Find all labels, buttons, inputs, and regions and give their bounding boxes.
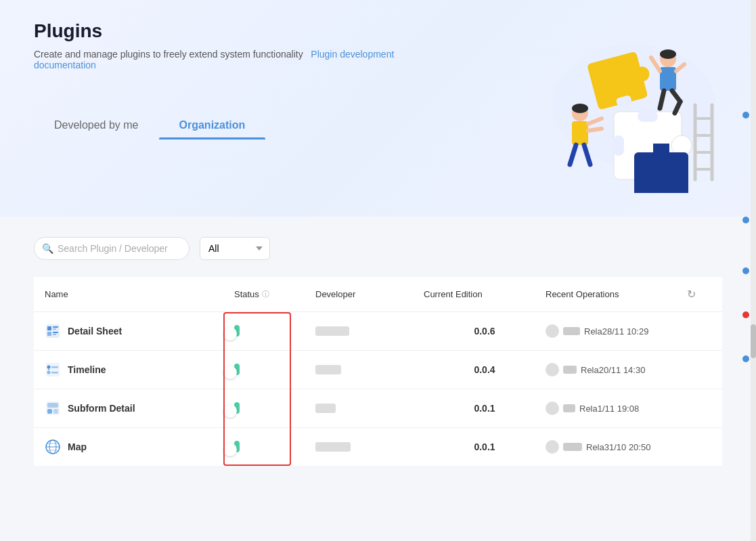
table-row: Map On 0.0.1 Rela31/10 20:50 <box>34 428 722 466</box>
timeline-icon <box>45 362 61 378</box>
search-input[interactable] <box>34 237 190 260</box>
developer-blur <box>315 404 336 413</box>
svg-rect-14 <box>660 67 676 91</box>
header-banner: Plugins Create and manage plugins to fre… <box>0 0 756 217</box>
svg-line-24 <box>588 129 602 131</box>
svg-point-21 <box>572 104 588 113</box>
table-row: Detail Sheet On 0.0.6 Rela28/11 10: <box>34 312 722 351</box>
recent-ops-detail-sheet: Rela28/11 10:29 <box>546 324 684 338</box>
col-name: Name <box>45 285 234 303</box>
col-developer: Developer <box>315 285 424 303</box>
illustration <box>499 10 715 196</box>
svg-rect-4 <box>638 111 658 122</box>
version-timeline: 0.0.4 <box>424 364 546 375</box>
svg-rect-35 <box>53 326 58 328</box>
subform-detail-icon <box>45 400 61 416</box>
ops-blur <box>563 327 580 335</box>
recent-ops-subform-detail: Rela1/11 19:08 <box>546 402 684 415</box>
scrollbar-track[interactable] <box>751 0 756 541</box>
recent-ops-map: Rela31/10 20:50 <box>546 440 684 454</box>
table-row: Timeline On 0.0.4 Rela20/11 14:30 <box>34 351 722 389</box>
detail-sheet-icon <box>45 323 61 339</box>
svg-line-25 <box>570 145 576 165</box>
ops-blur <box>563 443 582 451</box>
side-indicator-4 <box>742 311 749 318</box>
puzzle-illustration <box>499 10 715 193</box>
table-header: Name Status ⓘ Developer Current Edition … <box>34 277 722 312</box>
side-indicator-1 <box>742 112 749 118</box>
table-body: Detail Sheet On 0.0.6 Rela28/11 10: <box>34 312 722 466</box>
col-refresh: ↻ <box>684 285 711 303</box>
version-map: 0.0.1 <box>424 441 546 452</box>
col-current-edition: Current Edition <box>424 285 546 303</box>
svg-rect-22 <box>572 121 588 145</box>
search-wrapper: 🔍 <box>34 237 190 260</box>
ops-avatar <box>546 363 559 376</box>
svg-rect-34 <box>47 326 51 330</box>
toggle-cell-timeline: On <box>234 364 315 376</box>
developer-map <box>315 442 424 452</box>
col-status: Status ⓘ <box>234 285 315 303</box>
svg-rect-38 <box>53 332 58 333</box>
svg-rect-47 <box>47 403 58 408</box>
svg-rect-48 <box>47 409 52 414</box>
ops-avatar <box>546 440 559 454</box>
svg-rect-42 <box>51 366 58 368</box>
filter-select[interactable]: All Enabled Disabled <box>200 237 270 260</box>
toggle-cell-detail-sheet: On <box>234 325 315 337</box>
plugin-name-detail-sheet: Detail Sheet <box>45 323 234 339</box>
tab-developed-by-me[interactable]: Developed by me <box>34 111 159 139</box>
plugin-name-map: Map <box>45 439 234 455</box>
developer-blur <box>315 442 351 452</box>
scrollbar-thumb[interactable] <box>751 324 756 358</box>
status-info-icon[interactable]: ⓘ <box>262 289 269 299</box>
map-icon <box>45 439 61 455</box>
svg-rect-39 <box>53 334 56 335</box>
page-container: Plugins Create and manage plugins to fre… <box>0 0 756 541</box>
svg-rect-37 <box>47 332 51 336</box>
plugin-name-timeline: Timeline <box>45 362 234 378</box>
developer-blur <box>315 326 349 336</box>
table-row: Subform Detail On 0.0.1 Rela1/11 19 <box>34 389 722 428</box>
svg-point-13 <box>660 49 676 59</box>
col-recent-ops: Recent Operations <box>546 285 684 303</box>
refresh-button[interactable]: ↻ <box>684 285 698 303</box>
developer-subform-detail <box>315 404 424 413</box>
toggle-cell-subform-detail: On <box>234 402 315 414</box>
ops-blur <box>563 404 575 412</box>
svg-rect-36 <box>53 328 56 330</box>
svg-rect-5 <box>613 135 624 156</box>
svg-rect-49 <box>53 409 58 414</box>
ops-avatar <box>546 402 559 415</box>
tab-organization[interactable]: Organization <box>159 111 266 139</box>
svg-rect-40 <box>46 363 60 376</box>
ops-avatar <box>546 324 559 338</box>
toggle-cell-map: On <box>234 441 315 453</box>
version-subform-detail: 0.0.1 <box>424 403 546 414</box>
svg-rect-44 <box>51 372 58 374</box>
ops-blur <box>563 366 577 374</box>
side-indicator-2 <box>742 217 749 223</box>
page-title: Plugins <box>34 20 440 42</box>
developer-timeline <box>315 365 424 374</box>
search-icon: 🔍 <box>42 243 53 254</box>
side-indicator-5 <box>742 355 749 362</box>
svg-point-43 <box>47 371 51 374</box>
svg-rect-8 <box>653 144 669 152</box>
developer-detail-sheet <box>315 326 424 336</box>
developer-blur <box>315 365 341 374</box>
svg-point-41 <box>47 366 51 369</box>
recent-ops-timeline: Rela20/11 14:30 <box>546 363 684 376</box>
toolbar: 🔍 All Enabled Disabled <box>34 237 722 260</box>
page-subtitle: Create and manage plugins to freely exte… <box>34 49 440 70</box>
plugin-name-subform-detail: Subform Detail <box>45 400 234 416</box>
side-indicator-3 <box>742 267 749 274</box>
version-detail-sheet: 0.0.6 <box>424 326 546 337</box>
main-content: 🔍 All Enabled Disabled Name Status ⓘ Dev… <box>0 217 756 486</box>
